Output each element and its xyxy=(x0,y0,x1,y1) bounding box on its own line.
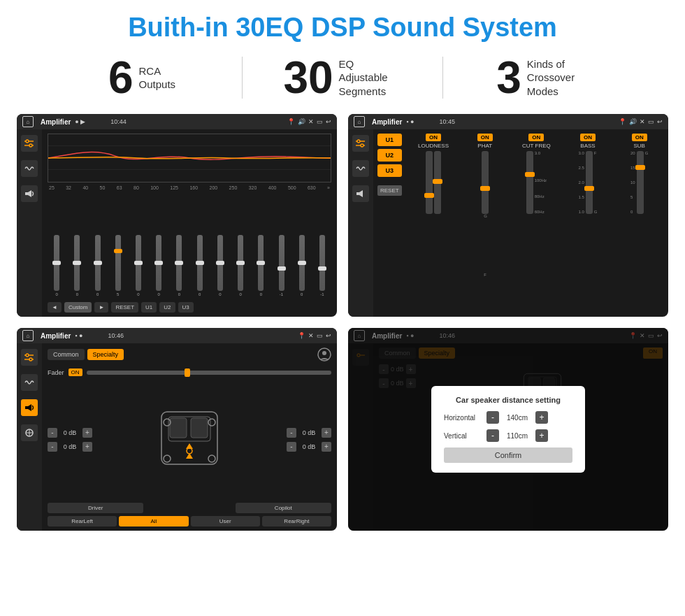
sidebar-btn-tuner[interactable] xyxy=(21,135,38,152)
bass-on[interactable]: ON xyxy=(580,134,596,141)
crossover-content: U1 U2 U3 RESET ON LOUDNESS xyxy=(373,129,668,317)
eq-slider-10: 0 xyxy=(252,235,270,296)
loudness-slider-2[interactable] xyxy=(434,151,441,214)
preset-u2[interactable]: U2 xyxy=(377,149,402,162)
db-plus-tr[interactable]: + xyxy=(322,428,331,438)
eq-u2-btn[interactable]: U2 xyxy=(159,302,175,313)
eq-slider-9: 0 xyxy=(231,235,250,296)
sub-on[interactable]: ON xyxy=(632,134,647,141)
btn-rearright[interactable]: RearRight xyxy=(262,516,331,527)
speaker-left-sidebar xyxy=(17,343,42,531)
xover-sidebar-btn-speaker[interactable] xyxy=(352,185,369,202)
sidebar-btn-speaker[interactable] xyxy=(21,185,38,202)
phat-on[interactable]: ON xyxy=(477,134,493,141)
preset-u1[interactable]: U1 xyxy=(377,134,402,146)
fader-track[interactable] xyxy=(87,371,331,375)
vertical-plus[interactable]: + xyxy=(535,429,548,442)
btn-user[interactable]: User xyxy=(191,516,260,527)
btn-driver[interactable]: Driver xyxy=(48,503,143,513)
svg-point-31 xyxy=(322,351,326,355)
spk-sidebar-btn-speaker[interactable] xyxy=(21,399,38,416)
home-icon-3[interactable]: ⌂ xyxy=(22,330,34,341)
horizontal-plus[interactable]: + xyxy=(535,411,548,424)
cutfreq-on[interactable]: ON xyxy=(528,134,544,141)
preset-buttons: U1 U2 U3 RESET xyxy=(377,134,402,313)
spk-sidebar-btn-tuner[interactable] xyxy=(21,349,38,366)
xover-sidebar-btn-wave[interactable] xyxy=(352,160,369,177)
stat-rca-number: 6 xyxy=(108,55,134,100)
spk-sidebar-btn-wave[interactable] xyxy=(21,374,38,391)
xover-sidebar-btn-tuner[interactable] xyxy=(352,135,369,152)
eq-prev-btn[interactable]: ◄ xyxy=(48,302,62,313)
cutfreq-slider-1[interactable] xyxy=(526,151,533,214)
stat-eq-text: EQ AdjustableSegments xyxy=(339,57,402,99)
db-minus-tl[interactable]: - xyxy=(48,428,57,438)
vertical-minus[interactable]: - xyxy=(486,429,499,442)
confirm-button[interactable]: Confirm xyxy=(444,447,572,463)
loudness-slider-1[interactable] xyxy=(426,151,433,214)
db-minus-tr[interactable]: - xyxy=(287,428,296,438)
preset-u3[interactable]: U3 xyxy=(377,164,402,177)
bass-freq-labels2: FG xyxy=(594,151,598,214)
phat-freq-labels: GF xyxy=(484,214,487,277)
tab-specialty[interactable]: Specialty xyxy=(87,349,124,360)
eq-slider-2: 0 xyxy=(88,235,106,296)
eq-slider-1: 0 xyxy=(68,235,86,296)
db-control-tr: - 0 dB + xyxy=(287,428,331,438)
reset-btn[interactable]: RESET xyxy=(377,185,402,196)
btn-all[interactable]: All xyxy=(119,516,188,527)
db-plus-bl[interactable]: + xyxy=(82,442,92,452)
screen-eq-card: ⌂ Amplifier ● ▶ 10:44 📍🔊✕▭↩ xyxy=(17,114,337,317)
home-icon-1[interactable]: ⌂ xyxy=(22,116,34,127)
bass-slider-1[interactable] xyxy=(586,151,593,214)
sub-label: SUB xyxy=(633,143,644,149)
horizontal-minus[interactable]: - xyxy=(486,411,499,424)
stat-rca-text: RCAOutputs xyxy=(139,64,176,92)
phat-label: PHAT xyxy=(477,143,492,149)
btn-rearleft[interactable]: RearLeft xyxy=(48,516,117,527)
time-1: 10:44 xyxy=(110,118,127,125)
db-val-tl: 0 dB xyxy=(59,429,80,436)
spk-sidebar-btn-extra[interactable] xyxy=(21,424,38,441)
db-plus-br[interactable]: + xyxy=(322,442,331,452)
crossover-sections: ON LOUDNESS ON PHAT xyxy=(409,134,664,313)
section-loudness: ON LOUDNESS xyxy=(409,134,459,313)
eq-custom-btn[interactable]: Custom xyxy=(64,302,92,313)
eq-play-btn[interactable]: ► xyxy=(94,302,108,313)
fader-on-badge[interactable]: ON xyxy=(68,368,82,376)
sub-slider-1[interactable] xyxy=(637,151,644,214)
svg-rect-34 xyxy=(170,418,187,438)
home-icon-2[interactable]: ⌂ xyxy=(354,116,365,127)
svg-marker-18 xyxy=(359,190,363,197)
horizontal-label: Horizontal xyxy=(444,414,482,422)
eq-reset-btn[interactable]: RESET xyxy=(111,302,138,313)
status-icons-1: 📍🔊✕▭↩ xyxy=(287,118,331,125)
app-name-3: Amplifier xyxy=(41,332,71,340)
eq-slider-12: 0 xyxy=(293,235,311,296)
db-val-bl: 0 dB xyxy=(59,443,80,450)
db-control-br: - 0 dB + xyxy=(287,442,331,452)
fader-thumb xyxy=(185,368,190,377)
loudness-on[interactable]: ON xyxy=(426,134,441,141)
section-phat: ON PHAT GF xyxy=(460,134,510,313)
left-db-controls: - 0 dB + - 0 dB + xyxy=(48,428,92,452)
eq-u1-btn[interactable]: U1 xyxy=(141,302,157,313)
db-minus-bl[interactable]: - xyxy=(48,442,57,452)
db-plus-tl[interactable]: + xyxy=(82,428,92,438)
eq-slider-0: 0 xyxy=(48,235,66,296)
speaker-diagram-area: - 0 dB + - 0 dB + xyxy=(48,379,331,500)
eq-u3-btn[interactable]: U3 xyxy=(178,302,194,313)
btn-copilot[interactable]: Copilot xyxy=(236,503,331,513)
stat-eq: 30 EQ AdjustableSegments xyxy=(243,55,442,100)
status-icons-2: 📍🔊✕▭↩ xyxy=(619,118,663,125)
eq-sliders-row: 0 0 0 5 0 xyxy=(48,193,331,299)
sub-freq-labels: 20151050 xyxy=(630,151,635,214)
db-minus-br[interactable]: - xyxy=(287,442,296,452)
sidebar-btn-wave[interactable] xyxy=(21,160,38,177)
phat-slider-1[interactable] xyxy=(482,151,489,214)
eq-screen-content: 2532405063 80100125160200 25032040050063… xyxy=(17,129,337,317)
svg-rect-17 xyxy=(356,192,359,195)
tab-common[interactable]: Common xyxy=(48,349,85,360)
cutfreq-label: CUT FREQ xyxy=(522,143,551,149)
status-bar-3: ⌂ Amplifier ▪ ● 10:46 📍✕▭↩ xyxy=(17,328,337,343)
